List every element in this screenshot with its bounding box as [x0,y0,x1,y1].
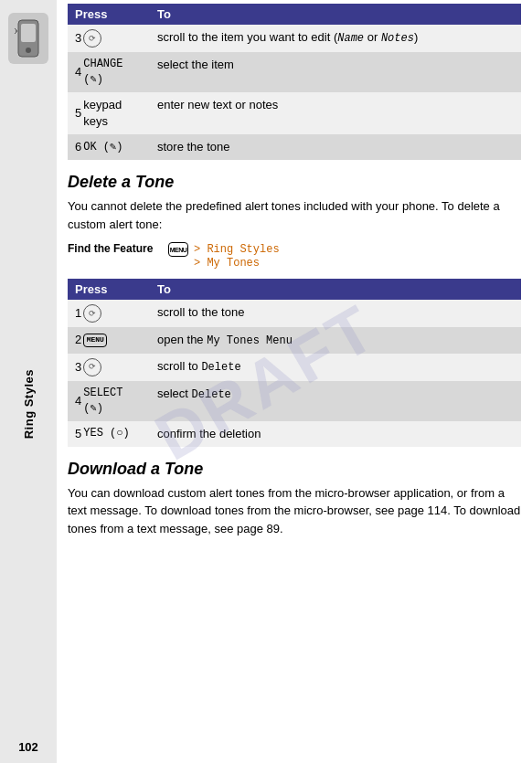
scroll-icon: ⟳ [83,358,101,376]
delete-label: Delete [201,361,240,374]
table-row: 3 ⟳ scroll to Delete [68,354,521,381]
sidebar-label-wrap: Ring Styles [22,68,36,740]
table-cell-press: 5 keypad keys [68,92,150,134]
menu-btn-icon: MENU [83,334,107,347]
select-btn: SELECT (✎) [83,386,143,417]
find-feature-path: > Ring Styles > My Tones [194,242,280,270]
main-content: Press To 3 ⟳ scroll to the item you want… [57,0,532,565]
find-feature-label: Find the Feature [68,242,168,255]
page-number: 102 [18,740,38,754]
download-section-heading: Download a Tone [68,460,521,479]
table-cell-action: store the tone [150,134,521,160]
row-num: 5 [75,105,81,122]
table-cell-press: 3 ⟳ [68,25,150,52]
delete-table-header-press: Press [68,279,150,300]
path-my-tones: > My Tones [194,257,260,270]
table-row: 4 CHANGE (✎) select the item [68,52,521,92]
phone-icon [8,13,48,64]
table-cell-action: select Delete [150,381,521,421]
sidebar: Ring Styles 102 [0,0,57,763]
svg-rect-1 [21,24,36,42]
table-row: 5 YES (○) confirm the deletion [68,421,521,447]
table-cell-action: scroll to the item you want to edit (Nam… [150,25,521,52]
table-row: 2 MENU open the My Tones Menu [68,327,521,354]
row-num: 4 [75,393,81,409]
row-num: 5 [75,426,81,442]
ok-btn: OK (✎) [83,140,122,155]
table-cell-press: 4 SELECT (✎) [68,381,150,421]
scroll-icon: ⟳ [83,304,101,323]
table-cell-action: open the My Tones Menu [150,327,521,354]
change-btn: CHANGE (✎) [83,57,143,88]
table-row: 1 ⟳ scroll to the tone [68,300,521,327]
row-num: 6 [75,139,81,155]
svg-line-4 [15,28,16,30]
download-section-body: You can download custom alert tones from… [68,484,521,538]
table-cell-press: 2 MENU [68,327,150,354]
sidebar-label: Ring Styles [22,369,36,439]
table-row: 3 ⟳ scroll to the item you want to edit … [68,25,521,52]
scroll-icon: ⟳ [83,29,101,48]
table-cell-press: 1 ⟳ [68,300,150,327]
find-feature-path-wrap: MENU > Ring Styles > My Tones [168,242,280,270]
table-cell-press: 4 CHANGE (✎) [68,52,150,92]
table-cell-action: confirm the deletion [150,421,521,447]
delete-label2: Delete [192,388,231,401]
top-table-header-to: To [150,4,521,25]
row-num: 2 [75,332,81,348]
top-table-header-press: Press [68,4,150,25]
path-ring-styles: > Ring Styles [194,243,280,256]
table-cell-action: select the item [150,52,521,92]
table-cell-press: 6 OK (✎) [68,134,150,160]
my-tones-menu-label: My Tones Menu [207,334,293,347]
notes-code: Notes [381,32,414,45]
row-num: 3 [75,359,81,376]
menu-icon: MENU [168,242,188,257]
find-feature: Find the Feature MENU > Ring Styles > My… [68,242,521,270]
keypad-label: keypad keys [83,97,143,130]
row-num: 1 [75,305,81,322]
top-table: Press To 3 ⟳ scroll to the item you want… [68,4,521,160]
table-cell-action: enter new text or notes [150,92,521,134]
delete-section-body: You cannot delete the predefined alert t… [68,197,521,233]
name-code: Name [337,32,364,45]
delete-section-heading: Delete a Tone [68,173,521,192]
table-cell-press: 5 YES (○) [68,421,150,447]
table-cell-action: scroll to the tone [150,300,521,327]
top-table-wrap: Press To 3 ⟳ scroll to the item you want… [68,0,521,160]
delete-table-header-to: To [150,279,521,300]
svg-point-2 [26,48,31,53]
svg-line-5 [15,32,16,34]
table-row: 6 OK (✎) store the tone [68,134,521,160]
row-num: 3 [75,30,81,47]
delete-table: Press To 1 ⟳ scroll to the tone 2 MENU [68,279,521,447]
table-cell-action: scroll to Delete [150,354,521,381]
table-row: 4 SELECT (✎) select Delete [68,381,521,421]
row-num: 4 [75,64,81,80]
table-cell-press: 3 ⟳ [68,354,150,381]
table-row: 5 keypad keys enter new text or notes [68,92,521,134]
yes-btn: YES (○) [83,426,129,441]
